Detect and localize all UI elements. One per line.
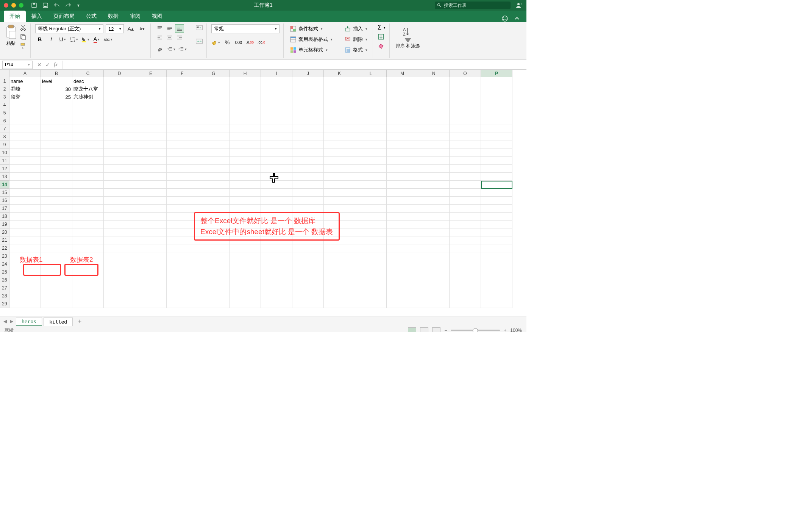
cell-A27[interactable]: [9, 284, 41, 292]
cell-E8[interactable]: [135, 133, 167, 141]
row-head-5[interactable]: 5: [0, 109, 9, 117]
cell-L29[interactable]: [355, 300, 387, 308]
cell-B17[interactable]: [41, 205, 72, 213]
cell-P25[interactable]: [481, 268, 512, 276]
zoom-in-button[interactable]: +: [504, 328, 506, 333]
qat-dropdown[interactable]: ▼: [77, 3, 80, 8]
cell-M26[interactable]: [387, 276, 418, 284]
cell-B19[interactable]: [41, 221, 72, 228]
cell-B27[interactable]: [41, 284, 72, 292]
cell-P13[interactable]: [481, 173, 512, 181]
cell-A29[interactable]: [9, 300, 41, 308]
col-head-O[interactable]: O: [450, 70, 481, 77]
cell-I3[interactable]: [261, 93, 292, 101]
merge-cells-icon[interactable]: [196, 38, 203, 45]
cell-M5[interactable]: [387, 109, 418, 117]
row-head-17[interactable]: 17: [0, 205, 9, 213]
row-head-14[interactable]: 14: [0, 181, 9, 189]
select-all-corner[interactable]: [0, 70, 9, 77]
cell-L11[interactable]: [355, 157, 387, 165]
cell-H23[interactable]: [230, 252, 261, 260]
fx-icon[interactable]: fx: [54, 62, 58, 68]
cell-G15[interactable]: [198, 189, 230, 197]
cell-J24[interactable]: [292, 260, 324, 268]
cell-I11[interactable]: [261, 157, 292, 165]
cell-I26[interactable]: [261, 276, 292, 284]
cell-B8[interactable]: [41, 133, 72, 141]
col-head-C[interactable]: C: [72, 70, 104, 77]
cell-C12[interactable]: [72, 165, 104, 173]
cell-G5[interactable]: [198, 109, 230, 117]
cell-A13[interactable]: [9, 173, 41, 181]
cell-B12[interactable]: [41, 165, 72, 173]
cell-P29[interactable]: [481, 300, 512, 308]
close-window-button[interactable]: [4, 3, 8, 8]
orientation-button[interactable]: ab: [155, 45, 164, 54]
cell-C20[interactable]: [72, 228, 104, 236]
cell-I8[interactable]: [261, 133, 292, 141]
cell-C14[interactable]: [72, 181, 104, 189]
cell-H11[interactable]: [230, 157, 261, 165]
cell-A10[interactable]: [9, 149, 41, 157]
col-head-P[interactable]: P: [481, 70, 512, 77]
cell-D21[interactable]: [104, 236, 135, 244]
cell-G8[interactable]: [198, 133, 230, 141]
cell-O27[interactable]: [450, 284, 481, 292]
cell-C18[interactable]: [72, 213, 104, 221]
cell-O5[interactable]: [450, 109, 481, 117]
cell-E3[interactable]: [135, 93, 167, 101]
cell-I15[interactable]: [261, 189, 292, 197]
cell-H9[interactable]: [230, 141, 261, 149]
cell-C19[interactable]: [72, 221, 104, 228]
cell-O16[interactable]: [450, 197, 481, 205]
cell-M4[interactable]: [387, 101, 418, 109]
cell-D3[interactable]: [104, 93, 135, 101]
cell-M8[interactable]: [387, 133, 418, 141]
col-head-D[interactable]: D: [104, 70, 135, 77]
cell-F24[interactable]: [167, 260, 198, 268]
cell-P17[interactable]: [481, 205, 512, 213]
cell-J10[interactable]: [292, 149, 324, 157]
cell-G1[interactable]: [198, 77, 230, 85]
cell-H5[interactable]: [230, 109, 261, 117]
cell-K3[interactable]: [324, 93, 355, 101]
cell-K14[interactable]: [324, 181, 355, 189]
cell-N8[interactable]: [418, 133, 450, 141]
row-head-18[interactable]: 18: [0, 213, 9, 221]
cell-K13[interactable]: [324, 173, 355, 181]
cell-E25[interactable]: [135, 268, 167, 276]
cell-A20[interactable]: [9, 228, 41, 236]
row-head-24[interactable]: 24: [0, 260, 9, 268]
cell-C1[interactable]: desc: [72, 77, 104, 85]
cell-B16[interactable]: [41, 197, 72, 205]
cell-A3[interactable]: 段誉: [9, 93, 41, 101]
cell-H16[interactable]: [230, 197, 261, 205]
cell-M19[interactable]: [387, 221, 418, 228]
cell-F12[interactable]: [167, 165, 198, 173]
cell-O6[interactable]: [450, 117, 481, 125]
cell-F21[interactable]: [167, 236, 198, 244]
cell-E9[interactable]: [135, 141, 167, 149]
cell-I28[interactable]: [261, 292, 292, 300]
cell-H2[interactable]: [230, 85, 261, 93]
cell-H29[interactable]: [230, 300, 261, 308]
cell-I5[interactable]: [261, 109, 292, 117]
cell-F5[interactable]: [167, 109, 198, 117]
cell-F16[interactable]: [167, 197, 198, 205]
cell-E28[interactable]: [135, 292, 167, 300]
cell-P16[interactable]: [481, 197, 512, 205]
cell-J26[interactable]: [292, 276, 324, 284]
cell-O12[interactable]: [450, 165, 481, 173]
row-head-21[interactable]: 21: [0, 236, 9, 244]
name-box[interactable]: P14▾: [2, 61, 33, 69]
cell-D22[interactable]: [104, 244, 135, 252]
cell-F9[interactable]: [167, 141, 198, 149]
cell-E21[interactable]: [135, 236, 167, 244]
account-button[interactable]: +: [515, 2, 522, 9]
cell-A12[interactable]: [9, 165, 41, 173]
cell-D13[interactable]: [104, 173, 135, 181]
redo-icon[interactable]: [65, 2, 71, 8]
cell-H1[interactable]: [230, 77, 261, 85]
cell-L2[interactable]: [355, 85, 387, 93]
cell-H17[interactable]: [230, 205, 261, 213]
